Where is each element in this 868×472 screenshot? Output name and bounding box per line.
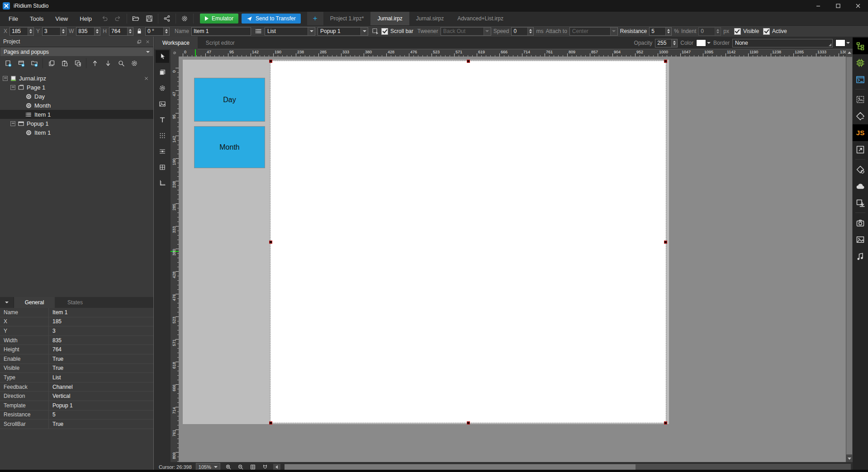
menu-tools[interactable]: Tools [24,12,49,25]
tree-expander-icon[interactable] [10,85,15,90]
handle-top-right[interactable] [664,60,667,63]
property-value[interactable]: 835 [49,336,153,345]
grid-tool[interactable] [156,129,169,142]
template-dropdown[interactable]: Popup 1 [318,27,368,36]
tree-item-item-1[interactable]: Item 1 [0,110,153,119]
color-dropdown-icon[interactable] [707,42,711,44]
property-value[interactable]: Vertical [49,392,153,401]
scroll-down-button[interactable] [846,455,853,462]
move-down-button[interactable] [102,57,114,69]
horizontal-scrollbar[interactable] [285,464,851,470]
handle-bottom-left[interactable] [269,421,272,425]
property-value[interactable]: Channel [49,382,153,392]
add-page-button[interactable] [2,57,14,69]
speed-spinner[interactable] [527,28,533,35]
property-value[interactable]: Popup 1 [49,401,153,410]
height-spinner[interactable] [127,28,133,35]
handle-mid-left[interactable] [269,241,272,244]
minimize-button[interactable] [808,0,828,12]
image-tool[interactable] [156,98,169,110]
layers-tool[interactable] [156,66,169,79]
close-project-icon[interactable] [144,76,149,81]
table-tool[interactable] [156,161,169,174]
resistance-input[interactable] [650,28,665,34]
macros-icon[interactable] [853,161,868,178]
angle-input[interactable] [146,28,163,34]
tab-states[interactable]: States [55,297,95,308]
property-value[interactable]: 3 [49,326,153,335]
menu-file[interactable]: File [3,12,24,25]
tree-expander-icon[interactable] [10,121,15,126]
file-tab-jurnal-irpz[interactable]: Jurnal.irpz [370,12,409,25]
close-button[interactable] [848,0,868,12]
gear-tool[interactable] [156,82,169,94]
copy-button[interactable] [45,57,57,69]
search-button[interactable] [115,57,127,69]
settings-icon[interactable] [178,13,191,24]
undo-icon[interactable] [98,13,111,24]
add-folder-button[interactable] [28,57,40,69]
project-tree-panel-icon[interactable] [853,38,868,54]
guides-tool[interactable] [156,177,169,189]
border-color-dropdown-icon[interactable] [846,42,850,44]
tree-expander-icon[interactable] [3,76,8,81]
scrollbar-checkbox[interactable] [381,28,388,35]
gallery-icon[interactable] [853,91,868,108]
lock-icon[interactable] [136,28,143,35]
redo-icon[interactable] [111,13,125,24]
align-tool[interactable] [156,145,169,158]
send-to-transfer-button[interactable]: Send to Transfer [242,14,301,24]
property-value[interactable]: Item 1 [49,308,153,317]
property-value[interactable]: 5 [49,411,153,420]
float-panel-icon[interactable] [137,39,142,44]
sounds-icon[interactable] [853,248,868,264]
active-checkbox[interactable] [763,28,770,35]
transform-icon[interactable] [853,108,868,124]
opacity-input[interactable] [655,40,671,46]
tab-general[interactable]: General [14,297,55,308]
handle-bottom-center[interactable] [467,421,470,425]
select-tool[interactable] [156,50,169,63]
resistance-spinner[interactable] [665,28,671,35]
speed-input[interactable] [512,28,527,34]
item-name-input[interactable] [192,28,251,34]
properties-menu-button[interactable] [0,297,14,308]
y-input[interactable] [43,28,60,34]
file-tab-advanced-list[interactable]: Advanced+List.irpz [451,12,510,25]
property-value[interactable]: 185 [49,317,153,326]
expand-window-icon[interactable] [853,141,868,158]
emulator-button[interactable]: Emulator [200,14,238,24]
canvas-viewport[interactable]: Day Month [179,57,846,462]
new-tab-button[interactable]: + [307,12,323,25]
scroll-left-button[interactable] [273,464,280,470]
y-spinner[interactable] [60,28,66,35]
paste-button[interactable] [58,57,71,69]
angle-spinner[interactable] [163,28,169,35]
select-template-icon[interactable] [372,28,379,35]
width-spinner[interactable] [94,28,100,35]
vertical-scroll-thumb[interactable] [846,57,852,454]
tree-item-page-1[interactable]: Page 1 [0,83,153,92]
tree-item-day[interactable]: Day [0,92,153,101]
images-icon[interactable] [853,231,868,248]
handle-mid-right[interactable] [664,241,667,244]
tab-workspace[interactable]: Workspace [154,37,198,49]
menu-help[interactable]: Help [74,12,98,25]
javascript-panel-icon[interactable]: JS [853,124,868,141]
tab-script-editor[interactable]: Script editor [198,37,243,49]
share-icon[interactable] [160,13,174,24]
property-value[interactable]: True [49,364,153,373]
import-icon[interactable] [853,194,868,211]
tree-item-jurnal-irpz[interactable]: Jurnal.irpz [0,74,153,83]
handle-top-center[interactable] [467,60,470,63]
camera-icon[interactable] [853,214,868,231]
move-up-button[interactable] [89,57,101,69]
tree-item-popup-1[interactable]: Popup 1 [0,119,153,128]
tree-settings-button[interactable] [128,57,140,69]
month-button[interactable]: Month [194,126,265,168]
drivers-chip-icon[interactable] [853,54,868,71]
tree-item-item-1[interactable]: Item 1 [0,128,153,137]
vertical-scrollbar[interactable] [846,49,853,462]
selected-list-item[interactable] [270,61,666,423]
cloud-icon[interactable] [853,178,868,194]
